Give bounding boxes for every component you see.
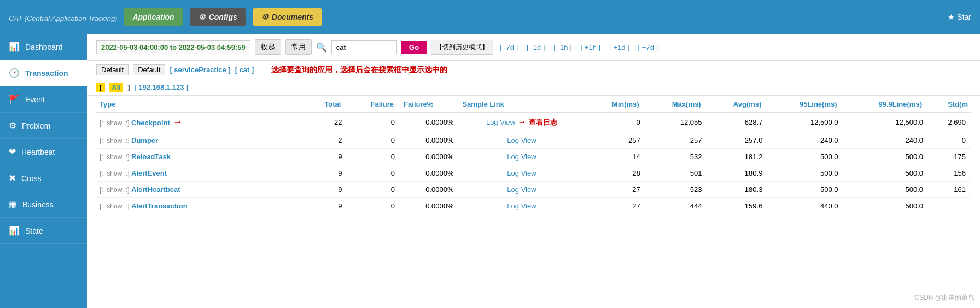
time-minus-1h[interactable]: [ -1h ] bbox=[551, 42, 574, 53]
star-button[interactable]: ★ Star bbox=[948, 13, 971, 21]
heartbeat-icon: ❤ bbox=[9, 147, 16, 157]
sidebar-item-business[interactable]: ▦ Business bbox=[0, 191, 88, 218]
sidebar-item-transaction[interactable]: 🕐 Transaction bbox=[0, 60, 88, 86]
all-filter-link[interactable]: All bbox=[109, 83, 123, 92]
log-view-link[interactable]: Log View bbox=[486, 118, 515, 126]
cell-value: 500.0 bbox=[905, 153, 923, 161]
watermark: CSDN @出道的菜鸟 bbox=[914, 293, 975, 303]
filter-tag-3[interactable]: [ servicePractice ] bbox=[170, 66, 230, 74]
cell-value: 0.0000% bbox=[425, 153, 453, 161]
log-view-link[interactable]: Log View bbox=[507, 202, 536, 210]
show-link[interactable]: [:: show ::] bbox=[100, 202, 131, 210]
cell-value: 240.0 bbox=[820, 136, 838, 144]
cell-value: 27 bbox=[632, 202, 640, 210]
cell-value: 180.9 bbox=[745, 169, 763, 177]
cell-value: 12,500.0 bbox=[895, 118, 923, 126]
cell-value: 27 bbox=[632, 185, 640, 194]
table-row: [:: show ::] Checkpoint →2200.0000%Log V… bbox=[96, 112, 971, 132]
event-icon: 🚩 bbox=[9, 94, 20, 104]
cell-value: 9 bbox=[338, 153, 342, 161]
collapse-button[interactable]: 收起 bbox=[255, 39, 281, 55]
filter-tag-1[interactable]: Default bbox=[96, 64, 129, 75]
sidebar-item-problem[interactable]: ⚙ Problem bbox=[0, 113, 88, 139]
cell-value: 257 bbox=[628, 136, 640, 144]
sidebar-item-label: Dashboard bbox=[25, 43, 63, 51]
search-input[interactable] bbox=[331, 40, 397, 54]
cell-value: 500.0 bbox=[820, 185, 838, 194]
cell-value: 628.7 bbox=[745, 118, 763, 126]
time-plus-1h[interactable]: [ +1h ] bbox=[579, 42, 603, 53]
col-sample-link: Sample Link bbox=[459, 96, 586, 112]
cell-value: 180.3 bbox=[745, 185, 763, 194]
type-name-link[interactable]: AlertHeartbeat bbox=[131, 185, 180, 194]
sidebar: 📊 Dashboard 🕐 Transaction 🚩 Event ⚙ Prob… bbox=[0, 34, 88, 308]
show-link[interactable]: [:: show ::] bbox=[100, 153, 131, 161]
col-type: Type bbox=[96, 96, 306, 112]
filter-annotation: 选择要查询的应用，选择后会在搜索框中显示选中的 bbox=[271, 65, 447, 75]
log-annotation: 查看日志 bbox=[529, 118, 557, 126]
cell-value: 156 bbox=[954, 169, 966, 177]
type-name-link[interactable]: ReloadTask bbox=[131, 153, 171, 161]
time-minus-7d[interactable]: [ -7d ] bbox=[498, 42, 520, 53]
configs-button[interactable]: ⚙ Configs bbox=[190, 8, 246, 26]
go-button[interactable]: Go bbox=[401, 41, 427, 54]
sidebar-item-event[interactable]: 🚩 Event bbox=[0, 86, 88, 113]
history-mode-button[interactable]: 【切到历史模式】 bbox=[431, 40, 493, 55]
cell-value: 9 bbox=[338, 169, 342, 177]
col-failure: Failure bbox=[347, 96, 400, 112]
table-header-row: Type Total Failure Failure% Sample Link … bbox=[96, 96, 971, 112]
table-row: [:: show ::] AlertHeartbeat900.0000%Log … bbox=[96, 182, 971, 198]
documents-button[interactable]: ⚙ Documents bbox=[253, 8, 322, 26]
time-minus-1d[interactable]: [ -1d ] bbox=[524, 42, 547, 53]
time-plus-1d[interactable]: [ +1d ] bbox=[607, 42, 632, 53]
all-bracket-close: ] bbox=[127, 83, 130, 91]
sidebar-item-cross[interactable]: ✖ Cross bbox=[0, 165, 88, 191]
type-name-link[interactable]: Checkpoint bbox=[131, 119, 170, 127]
log-view-link[interactable]: Log View bbox=[507, 153, 536, 161]
application-button[interactable]: Application bbox=[124, 8, 183, 26]
cell-value: 257.0 bbox=[745, 136, 763, 144]
ip-filter-link[interactable]: [ 192.168.1.123 ] bbox=[134, 83, 188, 91]
show-link[interactable]: [:: show ::] bbox=[100, 186, 131, 194]
col-min: Min(ms) bbox=[587, 96, 646, 112]
cell-value: 28 bbox=[632, 169, 640, 177]
business-icon: ▦ bbox=[9, 199, 17, 210]
filter-tag-2[interactable]: Default bbox=[133, 64, 165, 75]
cell-value: 0 bbox=[391, 185, 395, 194]
sidebar-item-label: Heartbeat bbox=[21, 148, 55, 156]
cell-value: 0 bbox=[962, 136, 966, 144]
cell-value: 500.0 bbox=[820, 153, 838, 161]
logo-subtitle: (Central Application Tracking) bbox=[25, 14, 118, 22]
time-plus-7d[interactable]: [ +7d ] bbox=[636, 42, 661, 53]
cell-value: 2 bbox=[338, 136, 342, 144]
table-row: [:: show ::] AlertTransaction900.0000%Lo… bbox=[96, 198, 971, 214]
log-view-link[interactable]: Log View bbox=[507, 136, 536, 144]
sidebar-item-state[interactable]: 📊 State bbox=[0, 218, 88, 244]
show-link[interactable]: [:: show ::] bbox=[100, 137, 131, 144]
all-filter-label[interactable]: [ bbox=[96, 83, 105, 92]
cross-icon: ✖ bbox=[9, 173, 16, 183]
sidebar-item-label: State bbox=[25, 226, 43, 235]
transaction-table: Type Total Failure Failure% Sample Link … bbox=[96, 96, 971, 214]
sidebar-item-dashboard[interactable]: 📊 Dashboard bbox=[0, 34, 88, 60]
col-total: Total bbox=[306, 96, 348, 112]
ip-filter-row: [ All ] [ 192.168.1.123 ] bbox=[88, 79, 980, 96]
show-link[interactable]: [:: show ::] bbox=[100, 119, 131, 127]
cell-value: 12,055 bbox=[680, 118, 702, 126]
cell-value: 500.0 bbox=[905, 169, 923, 177]
sidebar-item-heartbeat[interactable]: ❤ Heartbeat bbox=[0, 139, 88, 165]
common-button[interactable]: 常用 bbox=[285, 39, 312, 55]
problem-icon: ⚙ bbox=[9, 120, 16, 131]
type-name-link[interactable]: Dumper bbox=[131, 136, 158, 144]
dashboard-icon: 📊 bbox=[9, 42, 20, 52]
type-name-link[interactable]: AlertTransaction bbox=[131, 202, 188, 210]
logo-text: CAT bbox=[9, 14, 25, 22]
show-link[interactable]: [:: show ::] bbox=[100, 170, 131, 177]
datetime-range: 2022-05-03 04:00:00 to 2022-05-03 04:59:… bbox=[96, 40, 250, 54]
filter-tag-4[interactable]: [ cat ] bbox=[235, 66, 254, 74]
log-view-link[interactable]: Log View bbox=[507, 169, 536, 177]
log-view-link[interactable]: Log View bbox=[507, 185, 536, 194]
cell-value: 2,690 bbox=[948, 118, 966, 126]
type-name-link[interactable]: AlertEvent bbox=[131, 169, 167, 177]
sidebar-item-label: Problem bbox=[22, 121, 50, 130]
